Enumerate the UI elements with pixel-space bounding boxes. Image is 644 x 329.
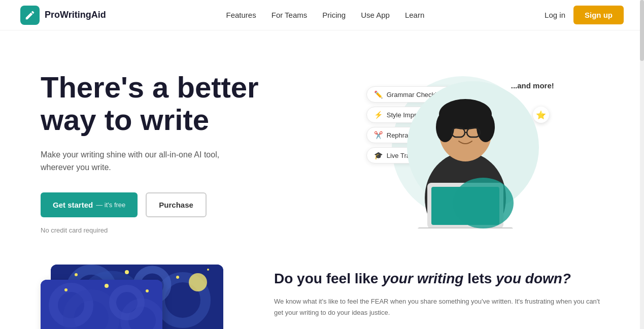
purchase-button[interactable]: Purchase bbox=[146, 192, 207, 217]
navbar-actions: Log in Sign up bbox=[545, 6, 624, 24]
logo-icon bbox=[20, 6, 40, 25]
second-heading: Do you feel like your writing lets you d… bbox=[274, 270, 603, 288]
hero-illustration: ✏️ Grammar Checking ⚡ Style Improvements… bbox=[366, 66, 559, 228]
second-left: My idea in my head bbox=[41, 265, 244, 329]
hero-heading: There's a better way to write bbox=[41, 71, 322, 136]
svg-point-23 bbox=[189, 273, 207, 291]
get-started-button[interactable]: Get started — it's free bbox=[41, 192, 138, 217]
scrollbar[interactable] bbox=[640, 0, 644, 329]
svg-point-6 bbox=[477, 112, 495, 142]
hero-subtext: Make your writing shine with our all-in-… bbox=[41, 148, 244, 174]
nav-use-app[interactable]: Use App bbox=[361, 11, 390, 19]
svg-point-5 bbox=[436, 112, 454, 142]
second-right: Do you feel like your writing lets you d… bbox=[274, 265, 603, 319]
hero-section: There's a better way to write Make your … bbox=[0, 30, 644, 254]
second-text: We know what it's like to feel the FEAR … bbox=[274, 296, 603, 318]
image-stack: My idea in my head bbox=[41, 265, 233, 329]
nav-pricing[interactable]: Pricing bbox=[322, 11, 346, 19]
nav-features[interactable]: Features bbox=[226, 11, 256, 19]
svg-rect-12 bbox=[417, 227, 514, 228]
svg-point-21 bbox=[176, 276, 179, 279]
svg-point-13 bbox=[453, 178, 514, 228]
svg-point-34 bbox=[105, 284, 109, 288]
svg-point-20 bbox=[125, 270, 129, 274]
nav-links: Features For Teams Pricing Use App Learn bbox=[226, 11, 425, 19]
navbar: ProWritingAid Features For Teams Pricing… bbox=[0, 0, 644, 30]
no-credit-text: No credit card required bbox=[41, 226, 322, 234]
nav-learn[interactable]: Learn bbox=[405, 11, 424, 19]
svg-point-19 bbox=[75, 273, 78, 276]
svg-point-35 bbox=[146, 289, 149, 292]
person-svg bbox=[366, 66, 559, 228]
login-button[interactable]: Log in bbox=[545, 11, 565, 19]
logo-text: ProWritingAid bbox=[45, 10, 106, 20]
hero-buttons: Get started — it's free Purchase bbox=[41, 192, 322, 217]
hero-left: There's a better way to write Make your … bbox=[41, 61, 322, 234]
nav-for-teams[interactable]: For Teams bbox=[272, 11, 308, 19]
svg-point-33 bbox=[64, 288, 67, 291]
signup-button[interactable]: Sign up bbox=[573, 6, 624, 24]
svg-point-22 bbox=[207, 269, 209, 271]
logo-link[interactable]: ProWritingAid bbox=[20, 6, 106, 25]
scrollbar-thumb[interactable] bbox=[640, 0, 644, 61]
image-card-front: My idea in my head bbox=[41, 280, 162, 329]
hero-right: ✏️ Grammar Checking ⚡ Style Improvements… bbox=[322, 61, 604, 234]
second-section: My idea in my head Do you feel like your… bbox=[0, 254, 644, 329]
